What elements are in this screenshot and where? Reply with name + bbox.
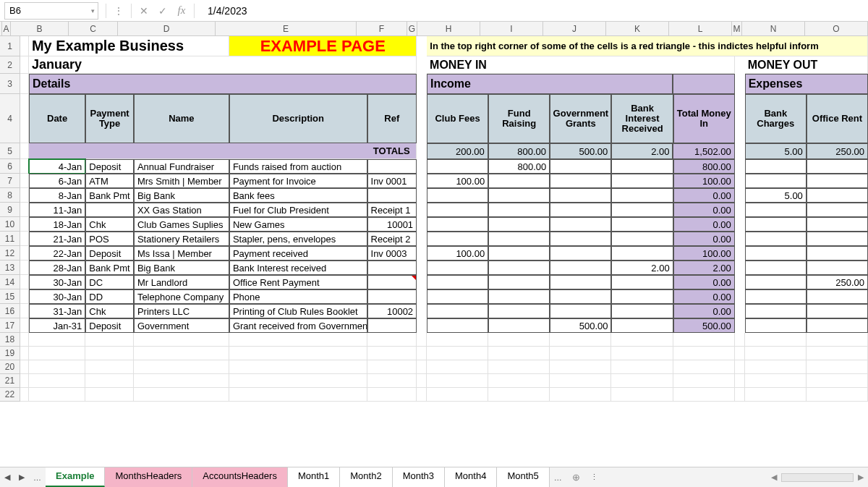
cell-date[interactable]: 30-Jan (29, 289, 85, 304)
empty-cell[interactable] (134, 347, 229, 360)
cell-ref[interactable] (367, 275, 417, 289)
cell-clubfees[interactable]: 100.00 (427, 246, 488, 261)
cell-bankint[interactable] (611, 318, 673, 333)
cell-name[interactable]: Mr Landlord (134, 275, 229, 289)
empty-cell[interactable] (229, 388, 367, 402)
empty-cell[interactable] (745, 374, 807, 388)
col-header-I[interactable]: I (480, 22, 543, 35)
cell-bankchg[interactable] (745, 318, 807, 333)
empty-cell[interactable] (745, 388, 807, 402)
cell-totalin[interactable]: 0.00 (673, 289, 735, 304)
col-header-C[interactable]: C (69, 22, 118, 35)
col-header-O[interactable]: O (805, 22, 868, 35)
cell-rent[interactable] (807, 304, 868, 318)
accept-icon[interactable]: ✓ (153, 5, 172, 17)
empty-cell[interactable] (29, 388, 85, 402)
cell-date[interactable]: 8-Jan (29, 188, 85, 203)
cell-ref[interactable] (367, 318, 417, 333)
empty-cell[interactable] (488, 360, 550, 374)
empty-cell[interactable] (735, 347, 745, 360)
empty-cell[interactable] (735, 333, 745, 347)
cell-rent[interactable] (807, 318, 868, 333)
cell-bankchg[interactable] (745, 289, 807, 304)
empty-cell[interactable] (29, 347, 85, 360)
cell-date[interactable]: 22-Jan (29, 246, 85, 261)
row-header-11[interactable]: 11 (0, 232, 20, 246)
cell-fund[interactable] (488, 304, 550, 318)
cell-bankchg[interactable] (745, 304, 807, 318)
empty-cell[interactable] (134, 360, 229, 374)
empty-cell[interactable] (735, 388, 745, 402)
cell-gov[interactable] (550, 246, 611, 261)
empty-cell[interactable] (673, 374, 735, 388)
cell-totalin[interactable]: 0.00 (673, 217, 735, 232)
cell-rent[interactable] (807, 246, 868, 261)
empty-cell[interactable] (611, 360, 673, 374)
cell-bankint[interactable] (611, 217, 673, 232)
cell-clubfees[interactable] (427, 318, 488, 333)
row-header-16[interactable]: 16 (0, 304, 20, 318)
empty-cell[interactable] (807, 374, 868, 388)
cell-name[interactable]: Telephone Company (134, 289, 229, 304)
cell-name[interactable]: Club Games Suplies (134, 217, 229, 232)
cell-bankint[interactable] (611, 304, 673, 318)
cell-clubfees[interactable]: 100.00 (427, 174, 488, 188)
row-header-6[interactable]: 6 (0, 159, 20, 174)
cell-gov[interactable] (550, 304, 611, 318)
cell-date[interactable]: 6-Jan (29, 174, 85, 188)
cell-totalin[interactable]: 0.00 (673, 304, 735, 318)
empty-cell[interactable] (488, 347, 550, 360)
cell-desc[interactable]: Funds raised from auction (229, 159, 367, 174)
cell-desc[interactable]: Bank Interest received (229, 261, 367, 275)
name-box[interactable]: B6 (4, 2, 98, 20)
empty-cell[interactable] (673, 388, 735, 402)
cell-bankchg[interactable] (745, 174, 807, 188)
empty-cell[interactable] (550, 347, 611, 360)
cell-gov[interactable] (550, 174, 611, 188)
cell-clubfees[interactable] (427, 203, 488, 217)
cell-ptype[interactable]: DC (85, 275, 134, 289)
cell-ref[interactable] (367, 289, 417, 304)
empty-cell[interactable] (427, 374, 488, 388)
col-header-N[interactable]: N (742, 22, 805, 35)
cell-ptype[interactable]: ATM (85, 174, 134, 188)
cell-clubfees[interactable] (427, 188, 488, 203)
cell-rent[interactable] (807, 188, 868, 203)
sheet-cells[interactable]: My Example BusinessEXAMPLE PAGEIn the to… (20, 36, 868, 452)
cell-ptype[interactable]: Bank Pmt (85, 261, 134, 275)
cell-name[interactable]: Ms Issa | Member (134, 246, 229, 261)
cell-fund[interactable] (488, 217, 550, 232)
cell-date[interactable]: Jan-31 (29, 318, 85, 333)
cell-fund[interactable] (488, 174, 550, 188)
empty-cell[interactable] (85, 374, 134, 388)
cell-desc[interactable]: New Games (229, 217, 367, 232)
formula-input[interactable]: 1/4/2023 (197, 5, 868, 17)
cell-ref[interactable] (367, 159, 417, 174)
cell-clubfees[interactable] (427, 261, 488, 275)
cell-rent[interactable] (807, 232, 868, 246)
cell-desc[interactable]: Phone (229, 289, 367, 304)
cell-date[interactable]: 31-Jan (29, 304, 85, 318)
empty-cell[interactable] (229, 360, 367, 374)
col-header-F[interactable]: F (357, 22, 407, 35)
cell-clubfees[interactable] (427, 289, 488, 304)
empty-cell[interactable] (550, 360, 611, 374)
cell-fund[interactable]: 800.00 (488, 159, 550, 174)
empty-cell[interactable] (417, 360, 427, 374)
cell-clubfees[interactable] (427, 304, 488, 318)
cell-ptype[interactable]: Deposit (85, 159, 134, 174)
fx-icon[interactable]: fx (172, 4, 191, 17)
empty-cell[interactable] (85, 360, 134, 374)
cell-totalin[interactable]: 100.00 (673, 174, 735, 188)
cell-ref[interactable] (367, 188, 417, 203)
cell-desc[interactable]: Grant received from Government (229, 318, 367, 333)
row-header-15[interactable]: 15 (0, 289, 20, 304)
cell-gov[interactable] (550, 232, 611, 246)
row-header-12[interactable]: 12 (0, 246, 20, 261)
empty-cell[interactable] (807, 347, 868, 360)
cell-fund[interactable] (488, 246, 550, 261)
cell-ptype[interactable] (85, 203, 134, 217)
cell-bankchg[interactable] (745, 159, 807, 174)
cancel-icon[interactable]: ✕ (135, 5, 153, 17)
col-header-J[interactable]: J (543, 22, 606, 35)
